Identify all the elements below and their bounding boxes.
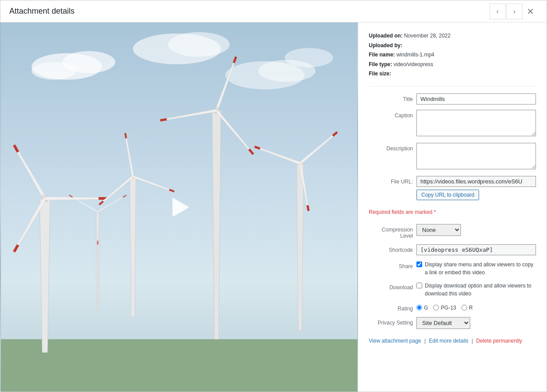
modal-body: Uploaded on: November 28, 2022 Uploaded … xyxy=(0,22,547,392)
copy-url-button[interactable]: Copy URL to clipboard xyxy=(416,190,479,200)
shortcode-row: Shortcode xyxy=(369,244,536,255)
rating-label: Rating xyxy=(369,303,413,312)
share-label: Share xyxy=(369,261,413,269)
shortcode-label: Shortcode xyxy=(369,244,413,253)
caption-row: Caption xyxy=(369,110,536,138)
share-row: Share Display share menu and allow viewe… xyxy=(369,261,536,276)
share-control: Display share menu and allow viewers to … xyxy=(416,261,536,276)
caption-control xyxy=(416,110,536,138)
play-icon xyxy=(172,198,189,217)
play-button[interactable] xyxy=(166,194,192,220)
view-attachment-link[interactable]: View attachment page xyxy=(369,338,421,344)
download-checkbox-text: Display download option and allow viewer… xyxy=(425,282,536,298)
description-row: Description xyxy=(369,143,536,171)
file-url-control: Copy URL to clipboard xyxy=(416,176,536,200)
download-checkbox[interactable] xyxy=(416,283,422,288)
compression-row: Compression Level None Low Medium High xyxy=(369,224,536,239)
modal-header: Attachment details ‹ › ✕ xyxy=(0,0,547,22)
description-label: Description xyxy=(369,143,413,152)
title-label: Title xyxy=(369,93,413,102)
rating-radio-group: G PG-13 R xyxy=(416,303,536,311)
modal-nav: ‹ › ✕ xyxy=(490,4,538,19)
rating-control: G PG-13 R xyxy=(416,303,536,311)
delete-permanently-link[interactable]: Delete permanently xyxy=(476,338,522,344)
download-checkbox-label[interactable]: Display download option and allow viewer… xyxy=(416,282,536,298)
title-input[interactable] xyxy=(416,93,536,105)
description-input[interactable] xyxy=(416,143,536,169)
footer-links: View attachment page | Edit more details… xyxy=(369,338,536,344)
form-section: Title Caption Description xyxy=(369,93,536,329)
details-panel: Uploaded on: November 28, 2022 Uploaded … xyxy=(358,22,547,392)
close-button[interactable]: ✕ xyxy=(523,4,538,19)
compression-select[interactable]: None Low Medium High xyxy=(416,224,461,236)
uploaded-by: Uploaded by: xyxy=(369,41,536,51)
attachment-modal: Attachment details ‹ › ✕ xyxy=(0,0,547,392)
compression-control: None Low Medium High xyxy=(416,224,536,236)
privacy-control: Site Default Public Private xyxy=(416,317,536,329)
file-url-label: File URL: xyxy=(369,176,413,185)
rating-pg13-text: PG-13 xyxy=(441,305,456,311)
share-checkbox[interactable] xyxy=(416,261,422,267)
file-type: File type: video/videopress xyxy=(369,60,536,70)
rating-pg13-label[interactable]: PG-13 xyxy=(433,305,456,311)
privacy-row: Privacy Setting Site Default Public Priv… xyxy=(369,317,536,329)
title-row: Title xyxy=(369,93,536,105)
download-label: Download xyxy=(369,282,413,291)
privacy-select[interactable]: Site Default Public Private xyxy=(416,317,470,329)
video-overlay xyxy=(0,22,358,392)
modal-title: Attachment details xyxy=(9,7,75,16)
rating-g-text: G xyxy=(424,305,428,311)
rating-r-label[interactable]: R xyxy=(461,305,473,311)
file-size: File size: xyxy=(369,69,536,79)
next-button[interactable]: › xyxy=(506,4,522,19)
video-background xyxy=(0,22,358,392)
rating-g-radio[interactable] xyxy=(416,305,422,310)
uploaded-on: Uploaded on: November 28, 2022 xyxy=(369,31,536,41)
meta-section: Uploaded on: November 28, 2022 Uploaded … xyxy=(369,31,536,86)
share-checkbox-text: Display share menu and allow viewers to … xyxy=(425,261,536,276)
required-note: Required fields are marked * xyxy=(369,209,536,215)
caption-input[interactable] xyxy=(416,110,536,136)
file-url-row: File URL: Copy URL to clipboard xyxy=(369,176,536,200)
rating-row: Rating G PG-13 xyxy=(369,303,536,312)
share-checkbox-label[interactable]: Display share menu and allow viewers to … xyxy=(416,261,536,276)
description-control xyxy=(416,143,536,171)
edit-details-link[interactable]: Edit more details xyxy=(429,338,468,344)
compression-label: Compression Level xyxy=(369,224,413,239)
privacy-label: Privacy Setting xyxy=(369,317,413,326)
rating-g-label[interactable]: G xyxy=(416,305,428,311)
rating-r-radio[interactable] xyxy=(461,305,467,310)
file-name: File name: windmills-1.mp4 xyxy=(369,50,536,60)
title-control xyxy=(416,93,536,105)
video-panel xyxy=(0,22,358,392)
rating-r-text: R xyxy=(469,305,473,311)
download-control: Display download option and allow viewer… xyxy=(416,282,536,298)
shortcode-control xyxy=(416,244,536,255)
file-url-input[interactable] xyxy=(416,176,536,187)
separator-1: | xyxy=(424,338,426,344)
rating-pg13-radio[interactable] xyxy=(433,305,439,310)
download-row: Download Display download option and all… xyxy=(369,282,536,298)
separator-2: | xyxy=(472,338,473,344)
prev-button[interactable]: ‹ xyxy=(490,4,506,19)
shortcode-input[interactable] xyxy=(416,244,536,255)
caption-label: Caption xyxy=(369,110,413,119)
